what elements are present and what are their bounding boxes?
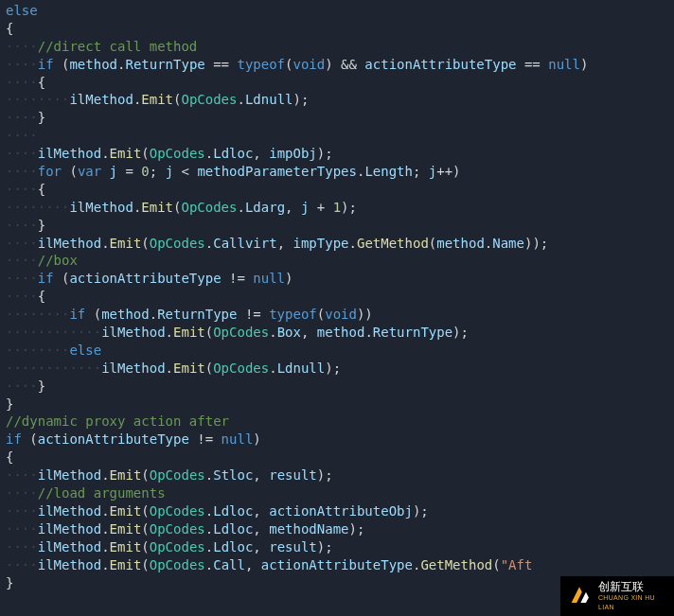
code-line: ····//direct call method [0, 38, 674, 56]
watermark-logo: 创新互联 CHUANG XIN HU LIAN [560, 576, 674, 616]
code-line: ········ilMethod.Emit(OpCodes.Ldarg, j +… [0, 199, 674, 217]
code-line: ············ilMethod.Emit(OpCodes.Box, m… [0, 324, 674, 342]
code-line: ············ilMethod.Emit(OpCodes.Ldnull… [0, 360, 674, 378]
code-line: ····ilMethod.Emit(OpCodes.Ldloc, actionA… [0, 502, 674, 520]
code-line: } [0, 396, 674, 414]
code-line: ····if (method.ReturnType == typeof(void… [0, 56, 674, 74]
code-line: ········else [0, 342, 674, 360]
code-line: ····//box [0, 252, 674, 270]
code-content: else{····//direct call method····if (met… [0, 2, 674, 591]
code-line: ····ilMethod.Emit(OpCodes.Callvirt, impT… [0, 235, 674, 253]
code-editor[interactable]: else{····//direct call method····if (met… [0, 0, 674, 591]
code-line: ····} [0, 217, 674, 235]
code-line: ····ilMethod.Emit(OpCodes.Ldloc, methodN… [0, 520, 674, 538]
code-line: ····ilMethod.Emit(OpCodes.Ldloc, impObj)… [0, 145, 674, 163]
code-line: ···· [0, 127, 674, 145]
code-line: ····} [0, 109, 674, 127]
code-line: ····{ [0, 181, 674, 199]
code-line: //dynamic proxy action after [0, 413, 674, 431]
code-line: ········if (method.ReturnType != typeof(… [0, 306, 674, 324]
code-line: ····ilMethod.Emit(OpCodes.Call, actionAt… [0, 556, 674, 574]
code-line: ····ilMethod.Emit(OpCodes.Ldloc, result)… [0, 538, 674, 556]
logo-icon [566, 583, 593, 609]
code-line: ····{ [0, 288, 674, 306]
code-line: else [0, 2, 674, 20]
code-line: ····} [0, 378, 674, 396]
code-line: ····ilMethod.Emit(OpCodes.Stloc, result)… [0, 466, 674, 484]
code-line: ········ilMethod.Emit(OpCodes.Ldnull); [0, 91, 674, 109]
code-line: ····{ [0, 74, 674, 92]
code-line: { [0, 20, 674, 38]
code-line: ····//load arguments [0, 484, 674, 502]
code-line: ····if (actionAttributeType != null) [0, 270, 674, 288]
logo-subtitle: CHUANG XIN HU LIAN [598, 593, 668, 611]
code-line: { [0, 449, 674, 466]
code-line: ····for (var j = 0; j < methodParameterT… [0, 163, 674, 181]
logo-title: 创新互联 [598, 581, 668, 593]
code-line: if (actionAttributeType != null) [0, 431, 674, 449]
